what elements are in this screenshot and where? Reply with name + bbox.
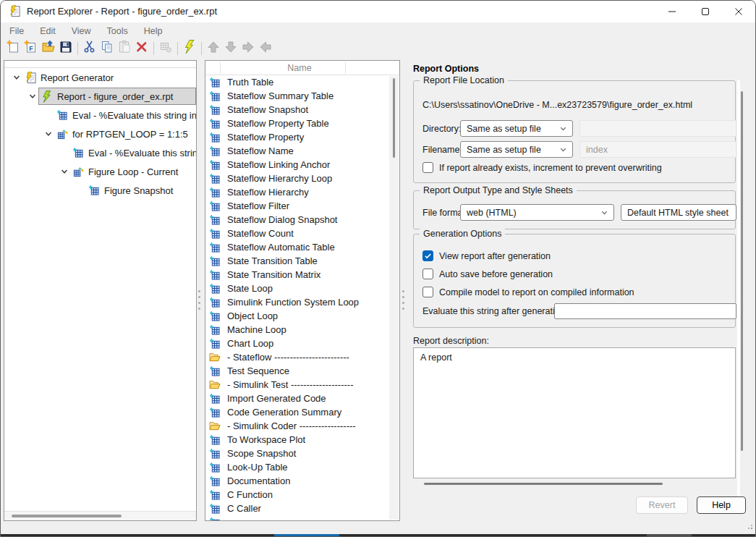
list-item[interactable]: Import Generated Code bbox=[205, 392, 399, 405]
menu-edit[interactable]: Edit bbox=[38, 25, 58, 38]
tb-arrow-up-icon bbox=[206, 40, 221, 57]
auto-save-checkbox[interactable] bbox=[422, 268, 433, 279]
left-splitter-handle[interactable] bbox=[198, 290, 200, 313]
increment-checkbox[interactable] bbox=[422, 162, 433, 173]
minimize-button[interactable] bbox=[655, 1, 689, 22]
chevron-down-icon[interactable] bbox=[58, 167, 70, 176]
list-item[interactable]: Stateflow Hierarchy Loop bbox=[205, 172, 399, 185]
table-button[interactable] bbox=[157, 40, 174, 57]
list-item[interactable]: Stateflow Snapshot bbox=[205, 103, 399, 117]
resize-grip[interactable] bbox=[745, 520, 753, 533]
list-item[interactable]: Stateflow Property bbox=[205, 130, 399, 144]
report-description-textarea[interactable]: A report bbox=[413, 347, 736, 478]
list-item[interactable]: Test Sequence bbox=[205, 364, 399, 378]
list-item[interactable]: Stateflow Property Table bbox=[205, 117, 399, 130]
list-item[interactable]: - Simulink Test -------------------- bbox=[205, 378, 399, 392]
list-item[interactable]: State Transition Table bbox=[205, 254, 399, 268]
options-scrollbar-track[interactable] bbox=[737, 80, 740, 496]
chevron-down-icon[interactable] bbox=[26, 92, 38, 101]
tb-arrow-right-icon bbox=[241, 40, 255, 57]
tree-item-eval-1[interactable]: Eval - %Evaluate this string in the bas bbox=[4, 106, 196, 124]
save-button[interactable] bbox=[57, 40, 75, 57]
move-right-button[interactable] bbox=[239, 40, 257, 57]
list-item[interactable]: Stateflow Count bbox=[205, 227, 399, 240]
list-item[interactable]: Stateflow Linking Anchor bbox=[205, 158, 399, 172]
move-up-button[interactable] bbox=[205, 40, 222, 57]
tree-horizontal-scrollbar[interactable] bbox=[4, 511, 196, 520]
list-item[interactable]: Simulink Function System Loop bbox=[205, 295, 399, 309]
name-column-header[interactable]: Name bbox=[256, 63, 343, 73]
generate-report-button[interactable] bbox=[181, 40, 198, 57]
toolbar-separator bbox=[77, 42, 78, 55]
tb-arrow-left-icon bbox=[258, 40, 273, 57]
tree-item-figure-loop[interactable]: Figure Loop - Current bbox=[4, 162, 196, 181]
filename-select[interactable]: Same as setup file bbox=[460, 141, 573, 158]
list-item[interactable]: Truth Table bbox=[205, 75, 399, 89]
paste-button[interactable] bbox=[116, 40, 133, 57]
evaluate-string-input[interactable] bbox=[554, 303, 736, 319]
list-item[interactable]: Code Generation Summary bbox=[205, 405, 399, 419]
tree-item-report-generator[interactable]: Report Generator bbox=[4, 68, 196, 87]
list-item[interactable] bbox=[205, 515, 399, 521]
component-list-scroll-thumb[interactable] bbox=[393, 78, 395, 158]
tree-item-label: Eval - %Evaluate this string in the bbox=[88, 148, 197, 158]
menu-tools[interactable]: Tools bbox=[105, 25, 130, 38]
tree-item-label: Figure Snapshot bbox=[104, 185, 173, 196]
list-item[interactable]: Stateflow Name bbox=[205, 144, 399, 158]
tree-item-label: Report - figure_order_ex.rpt bbox=[57, 91, 173, 102]
tree-hscroll-thumb[interactable] bbox=[12, 515, 122, 517]
options-hscroll-thumb[interactable] bbox=[424, 483, 663, 485]
list-item[interactable]: Scope Snapshot bbox=[205, 447, 399, 460]
view-report-checkbox[interactable] bbox=[422, 250, 433, 261]
list-item[interactable]: Stateflow Summary Table bbox=[205, 89, 399, 103]
list-item[interactable]: - Stateflow ------------------------ bbox=[205, 350, 399, 364]
component-list-scrollbar[interactable] bbox=[389, 76, 399, 520]
list-item[interactable]: State Loop bbox=[205, 282, 399, 295]
move-down-button[interactable] bbox=[222, 40, 239, 57]
list-item[interactable]: To Workspace Plot bbox=[205, 433, 399, 447]
list-item[interactable]: Stateflow Hierarchy bbox=[205, 185, 399, 199]
list-item[interactable]: Stateflow Dialog Snapshot bbox=[205, 213, 399, 227]
tree-item-eval-2[interactable]: Eval - %Evaluate this string in the bbox=[4, 143, 196, 162]
chevron-down-icon[interactable] bbox=[42, 130, 54, 138]
cut-button[interactable] bbox=[81, 40, 98, 57]
list-item[interactable]: Stateflow Filter bbox=[205, 199, 399, 213]
list-item[interactable]: Documentation bbox=[205, 474, 399, 488]
directory-select[interactable]: Same as setup file bbox=[460, 120, 573, 137]
list-item[interactable]: Look-Up Table bbox=[205, 460, 399, 474]
new-form-button[interactable]: F bbox=[22, 40, 40, 57]
list-item[interactable]: Stateflow Automatic Table bbox=[205, 240, 399, 254]
report-file-path: C:\Users\ssatinov\OneDrive - M...ex23723… bbox=[422, 100, 692, 110]
list-item[interactable]: Chart Loop bbox=[205, 337, 399, 350]
list-item[interactable]: - Simulink Coder ------------------ bbox=[205, 419, 399, 433]
file-format-select[interactable]: web (HTML) bbox=[460, 204, 614, 221]
list-item[interactable]: State Transition Matrix bbox=[205, 268, 399, 282]
new-report-button[interactable] bbox=[5, 40, 22, 57]
list-item[interactable]: C Function bbox=[205, 488, 399, 502]
copy-button[interactable] bbox=[98, 40, 116, 57]
list-item[interactable]: Object Loop bbox=[205, 309, 399, 323]
right-splitter-handle[interactable] bbox=[402, 290, 404, 313]
revert-button[interactable]: Revert bbox=[636, 496, 688, 514]
report-description-label: Report description: bbox=[413, 336, 489, 346]
help-button[interactable]: Help bbox=[697, 496, 746, 514]
delete-button[interactable] bbox=[133, 40, 150, 57]
menu-view[interactable]: View bbox=[69, 25, 93, 38]
component-icon bbox=[209, 490, 221, 500]
menu-file[interactable]: File bbox=[7, 25, 26, 38]
chevron-down-icon[interactable] bbox=[10, 73, 22, 82]
open-button[interactable] bbox=[40, 40, 57, 57]
menu-help[interactable]: Help bbox=[142, 25, 165, 38]
list-item[interactable]: C Caller bbox=[205, 502, 399, 515]
close-button[interactable] bbox=[722, 1, 755, 22]
move-left-button[interactable] bbox=[257, 40, 274, 57]
style-sheet-select[interactable]: Default HTML style sheet bbox=[621, 204, 736, 221]
list-item[interactable]: Machine Loop bbox=[205, 323, 399, 337]
tree-item-report[interactable]: Report - figure_order_ex.rpt bbox=[4, 87, 196, 106]
options-scroll-thumb[interactable] bbox=[741, 91, 743, 451]
compile-model-checkbox[interactable] bbox=[422, 287, 433, 297]
tree-item-figure-snapshot[interactable]: Figure Snapshot bbox=[4, 181, 196, 200]
component-list-panel: Name Truth TableStateflow Summary TableS… bbox=[205, 60, 400, 521]
maximize-button[interactable] bbox=[689, 1, 722, 22]
tree-item-for-loop[interactable]: for RPTGEN_LOOP = 1:1:5 bbox=[4, 124, 196, 143]
